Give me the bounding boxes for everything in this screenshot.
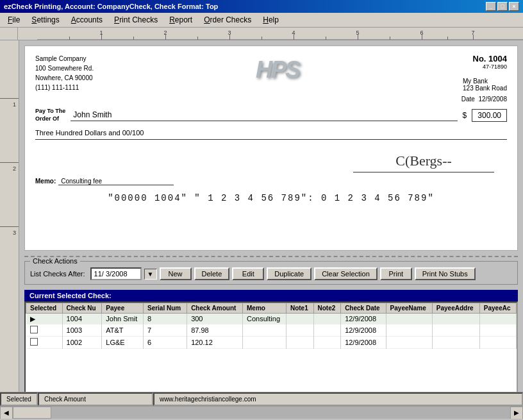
table-row[interactable]: ▶ 1004 John Smit 8 300 Consulting 12/9/2… [26,314,517,324]
ruler-subtick [133,37,134,40]
current-check-bar: Current Selected Check: [24,290,518,301]
cell-payee-addr [432,314,479,324]
cell-amount: 87.98 [187,324,243,337]
check-header: Sample Company 100 Somewhere Rd. Nowhere… [35,54,507,103]
scroll-right-button[interactable]: ▶ [510,407,523,419]
menu-order-checks[interactable]: Order Checks [199,14,256,26]
ruler-inner: 1 2 3 4 5 6 7 [37,28,523,40]
col-payee: Payee [102,303,144,314]
cell-amount: 300 [187,314,243,324]
check-amount-box: 300.00 [472,109,507,122]
status-selected: Selected [0,392,38,406]
menu-print-checks[interactable]: Print Checks [109,14,163,26]
amount-words: Three Hundred Dollars and 00/100 [35,126,507,140]
scroll-thumb[interactable] [13,407,51,419]
check-meta: No. 1004 47-71890 My Bank 123 Bank Road … [461,54,507,103]
col-payee-ac: PayeeAc [479,303,516,314]
ruler-left-tick-1 [0,98,19,99]
maximize-button[interactable]: □ [497,2,508,11]
scroll-track[interactable] [13,407,510,419]
cell-note2 [313,314,341,324]
status-website: www.heritagechristiancollege.com [153,392,523,406]
print-button[interactable]: Print [380,267,412,280]
check-number: No. 1004 [473,54,507,63]
edit-button[interactable]: Edit [232,267,264,280]
top-ruler: 1 2 3 4 5 6 7 [0,28,523,40]
cell-payee-addr [432,337,479,349]
ruler-left-tick-3 [0,226,19,227]
new-button[interactable]: New [160,267,192,280]
col-amount: Check Amount [187,303,243,314]
menu-accounts[interactable]: Accounts [66,14,108,26]
ruler-tick-7 [473,35,474,40]
cell-memo [243,337,286,349]
cell-check-num: 1004 [62,314,102,324]
check-table-wrapper[interactable]: Selected Check Nu Payee Serial Num Check… [24,301,518,406]
status-check-amount: Check Amount [38,392,153,406]
pay-to-section: Pay To The Order Of John Smith $ 300.00 [35,108,507,122]
cell-payee: AT&T [102,324,144,337]
cell-payee-name [386,337,432,349]
cell-date: 12/9/2008 [341,324,386,337]
cell-selected[interactable] [26,324,63,337]
actions-row: List Checks After: ▼ New Delete Edit Dup… [30,267,512,280]
cell-note1 [286,337,313,349]
ruler-tick-5 [358,35,358,40]
table-row[interactable]: 1003 AT&T 7 87.98 12/9/2008 [26,324,517,337]
cell-payee-addr [432,324,479,337]
ruler-subtick [390,37,390,40]
menu-report[interactable]: Report [164,14,197,26]
duplicate-button[interactable]: Duplicate [267,267,311,280]
col-note1: Note1 [286,303,313,314]
date-dropdown-arrow[interactable]: ▼ [144,269,157,280]
menu-file[interactable]: File [3,14,25,26]
left-ruler: 1 2 3 [0,40,19,406]
content-area: Sample Company 100 Somewhere Rd. Nowhere… [19,40,523,406]
col-memo: Memo [243,303,286,314]
menu-settings[interactable]: Settings [26,14,64,26]
cell-amount: 120.12 [187,337,243,349]
cell-date: 12/9/2008 [341,337,386,349]
print-no-stubs-button[interactable]: Print No Stubs [415,267,476,280]
menu-bar: File Settings Accounts Print Checks Repo… [0,13,523,28]
cell-memo: Consulting [243,314,286,324]
cell-payee: John Smit [102,314,144,324]
close-button[interactable]: × [509,2,519,11]
ruler-tick-4 [294,35,294,40]
date-filter-input[interactable] [90,267,142,280]
cell-serial: 7 [143,324,187,337]
col-serial: Serial Num [143,303,187,314]
signature-area: C(Bergs-- [35,153,507,172]
company-info: Sample Company 100 Somewhere Rd. Nowhere… [35,54,94,103]
delete-button[interactable]: Delete [194,267,230,280]
actions-legend: Check Actions [30,257,80,265]
ruler-left-tick-2 [0,162,19,163]
bank-address: 123 Bank Road [463,85,507,92]
scroll-left-button[interactable]: ◀ [0,407,13,419]
table-row[interactable]: 1002 LG&E 6 120.12 12/9/2008 [26,337,517,349]
menu-help[interactable]: Help [258,14,284,26]
cell-serial: 6 [143,337,187,349]
minimize-button[interactable]: _ [486,2,496,11]
horizontal-scrollbar[interactable]: ◀ ▶ [0,406,523,419]
cell-date: 12/9/2008 [341,314,386,324]
cell-note2 [313,337,341,349]
cell-selected[interactable] [26,337,63,349]
cell-note2 [313,324,341,337]
cell-payee-ac [479,314,516,324]
row-checkbox[interactable] [30,338,38,346]
row-checkbox[interactable] [30,326,38,333]
title-bar-buttons: _ □ × [486,2,519,11]
memo-value: Consulting fee [58,178,174,185]
cell-serial: 8 [143,314,187,324]
cell-payee-ac [479,324,516,337]
check-table: Selected Check Nu Payee Serial Num Check… [26,303,517,349]
date-line: Date 12/9/2008 [461,96,507,103]
bank-info: My Bank 123 Bank Road [463,78,507,92]
ruler-left-3: 3 [13,230,16,236]
clear-selection-button[interactable]: Clear Selection [314,267,378,280]
cell-payee-name [386,324,432,337]
ruler-left-1: 1 [13,101,16,108]
col-check-num: Check Nu [62,303,102,314]
signature: C(Bergs-- [353,153,494,172]
